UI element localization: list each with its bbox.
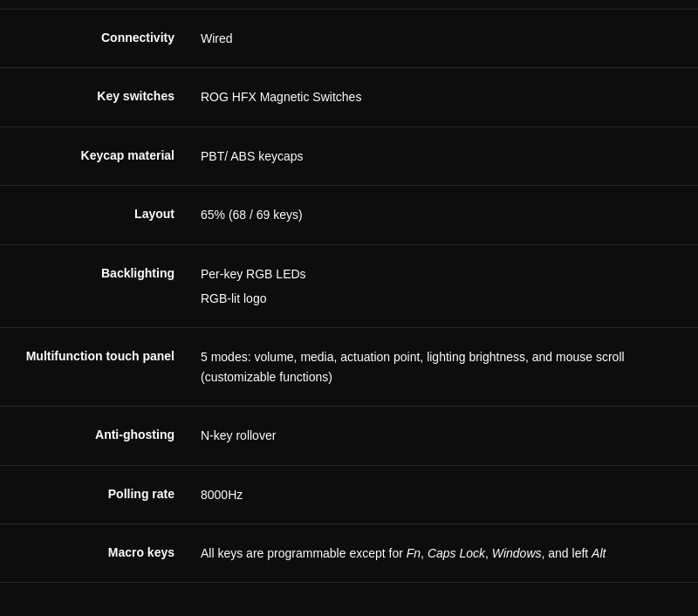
spec-label-layout: Layout bbox=[17, 205, 192, 221]
spec-value-backlighting: Per-key RGB LEDs RGB-lit logo bbox=[192, 264, 681, 309]
spec-label-multifunction-touch-panel: Multifunction touch panel bbox=[17, 347, 192, 363]
spec-value-keycap-material: PBT/ ABS keycaps bbox=[192, 147, 681, 166]
spec-row-polling-rate: Polling rate 8000Hz bbox=[0, 466, 698, 524]
spec-label-key-switches: Key switches bbox=[17, 87, 192, 103]
spec-row-multifunction-touch-panel: Multifunction touch panel 5 modes: volum… bbox=[0, 328, 698, 407]
spec-label-anti-ghosting: Anti-ghosting bbox=[17, 426, 192, 441]
spec-value-macro-keys: All keys are programmable except for Fn,… bbox=[192, 544, 681, 563]
spec-row-connectivity: Connectivity Wired bbox=[0, 9, 698, 68]
spec-label-connectivity: Connectivity bbox=[17, 29, 192, 44]
spec-row-macro-keys: Macro keys All keys are programmable exc… bbox=[0, 524, 698, 583]
spec-value-polling-rate: 8000Hz bbox=[192, 485, 681, 504]
spec-label-polling-rate: Polling rate bbox=[17, 485, 192, 501]
spec-value-layout: 65% (68 / 69 keys) bbox=[192, 205, 681, 224]
specs-table: Connectivity Wired Key switches ROG HFX … bbox=[0, 0, 698, 592]
spec-label-keycap-material: Keycap material bbox=[17, 147, 192, 162]
spec-row-anti-ghosting: Anti-ghosting N-key rollover bbox=[0, 407, 698, 465]
spec-value-multifunction-touch-panel: 5 modes: volume, media, actuation point,… bbox=[192, 347, 681, 387]
spec-row-layout: Layout 65% (68 / 69 keys) bbox=[0, 186, 698, 244]
spec-row-key-switches: Key switches ROG HFX Magnetic Switches bbox=[0, 68, 698, 127]
spec-row-backlighting: Backlighting Per-key RGB LEDs RGB-lit lo… bbox=[0, 245, 698, 329]
spec-value-key-switches: ROG HFX Magnetic Switches bbox=[192, 87, 681, 106]
spec-label-backlighting: Backlighting bbox=[17, 264, 192, 280]
spec-value-anti-ghosting: N-key rollover bbox=[192, 426, 681, 445]
spec-value-connectivity: Wired bbox=[192, 29, 681, 48]
spec-row-keycap-material: Keycap material PBT/ ABS keycaps bbox=[0, 127, 698, 186]
spec-label-macro-keys: Macro keys bbox=[17, 544, 192, 559]
